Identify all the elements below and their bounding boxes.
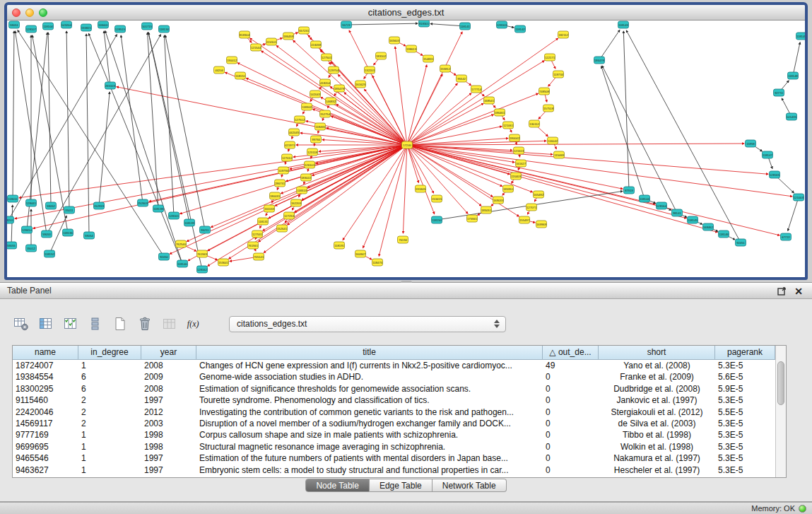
network-node[interactable]: 116042 [548,137,558,144]
network-node[interactable]: 185051 [481,206,492,214]
network-node[interactable]: 186459 [283,33,294,40]
network-node[interactable]: 128165 [770,171,780,178]
network-node[interactable]: 67722 [781,233,792,240]
network-node[interactable]: 180042 [510,134,520,141]
network-node[interactable]: 182112 [558,31,569,38]
network-node[interactable]: 121613 [514,147,524,154]
network-node[interactable]: 818301 [419,21,430,27]
network-node[interactable]: 128515 [115,25,126,33]
network-node[interactable]: 161163 [264,205,275,212]
network-node[interactable]: 128441 [26,199,37,206]
network-node[interactable]: 265103 [105,82,116,89]
network-edge[interactable] [13,31,14,199]
network-node[interactable]: 128164 [657,202,667,209]
network-node[interactable]: 132201 [365,66,375,74]
network-node[interactable]: 748508 [539,88,550,95]
minimize-window-button[interactable] [25,8,34,17]
network-node[interactable]: 118140 [177,260,188,267]
network-edge[interactable] [788,197,799,230]
network-node[interactable]: 160947 [355,250,366,257]
network-node[interactable]: 153415 [432,195,442,202]
network-edge[interactable] [148,33,189,223]
table-row[interactable]: 977716911998Corpus callosum shape and si… [13,429,786,440]
network-node[interactable]: 421971 [285,141,295,148]
network-edge[interactable] [601,66,645,199]
close-panel-icon[interactable]: ✕ [792,285,805,297]
network-node[interactable]: 118465 [315,123,326,130]
network-node[interactable]: 286731 [275,180,286,187]
network-node[interactable]: 59055 [7,242,17,249]
close-window-button[interactable] [12,8,20,17]
network-node[interactable]: 118139 [184,219,195,226]
network-node[interactable]: 442045 [289,129,300,136]
network-node[interactable]: 87919 [624,187,635,194]
float-panel-icon[interactable] [775,285,788,297]
column-header-title[interactable]: title [196,346,543,359]
network-edge[interactable] [88,33,182,264]
network-node[interactable]: 162203 [291,199,302,206]
network-node[interactable]: 59054 [84,232,95,239]
network-node[interactable]: 96211 [200,226,211,233]
network-node[interactable]: 177714 [471,86,482,93]
network-node[interactable]: 55723 [341,21,352,28]
network-node[interactable]: 15958 [746,140,756,147]
network-node[interactable]: 762540 [176,240,187,247]
network-edge[interactable] [104,31,110,86]
network-node[interactable]: 183102 [376,52,387,59]
network-node[interactable]: 59051 [9,21,20,28]
network-node[interactable]: 418204 [320,79,331,86]
network-node[interactable]: 128414 [22,226,33,233]
network-node[interactable]: 118151 [235,72,246,79]
network-node[interactable]: 761941 [248,242,259,249]
network-edge[interactable] [407,93,471,145]
network-edge[interactable] [395,47,407,145]
network-edge[interactable] [237,63,407,145]
tab-edge-table[interactable]: Edge Table [370,479,433,492]
network-node[interactable]: 118142 [515,25,526,33]
network-edge[interactable] [407,103,483,145]
network-node[interactable]: 127501 [322,54,332,61]
network-edge[interactable] [407,144,744,145]
show-columns-icon[interactable] [37,315,54,332]
network-node[interactable]: 175941 [467,215,478,222]
network-node[interactable]: 118302 [302,103,312,110]
network-node[interactable]: 161625 [355,81,366,88]
table-scrollbar-thumb[interactable] [777,361,784,405]
network-edge[interactable] [211,145,407,228]
network-node[interactable]: 118136 [63,229,73,236]
network-node[interactable]: 186478 [594,57,605,64]
network-edge[interactable] [148,33,202,269]
network-node[interactable]: 155821 [81,24,92,31]
network-node[interactable]: 761943 [197,250,208,257]
network-node[interactable]: 129754 [329,66,339,74]
network-node[interactable]: 121061 [503,122,514,129]
network-node[interactable]: 118145 [688,216,698,223]
network-edge[interactable] [407,145,792,197]
network-node[interactable]: 118141 [460,23,471,30]
network-node[interactable]: 118150 [432,216,442,223]
network-node[interactable]: 142043 [310,90,321,98]
network-edge[interactable] [117,87,407,145]
network-node[interactable]: 152919 [94,202,105,209]
network-edge[interactable] [626,30,741,243]
network-node[interactable]: 95542 [457,75,467,82]
network-node[interactable]: 169969 [536,221,547,228]
network-edge[interactable] [121,35,143,203]
column-header-pagerank[interactable]: pagerank [715,346,775,359]
table-row[interactable]: 946554611997Estimation of the future num… [13,452,786,464]
network-window-titlebar[interactable]: citations_edges.txt [7,5,805,21]
network-node[interactable]: 118148 [788,72,799,79]
network-node[interactable]: 17240 [402,141,413,148]
network-node[interactable]: 190012 [227,57,237,64]
network-node[interactable]: 35012 [26,245,37,252]
network-node[interactable]: 118134 [159,25,170,33]
network-node[interactable]: 146832 [326,98,336,105]
network-node[interactable]: 180031 [270,192,281,199]
network-node[interactable]: 118104 [43,23,54,30]
network-node[interactable]: 141435 [787,113,797,120]
network-node[interactable]: 128162 [197,266,208,273]
network-node[interactable]: 168541 [484,97,495,104]
network-edge[interactable] [793,42,800,76]
network-node[interactable]: 121003 [794,194,804,201]
network-edge[interactable] [407,145,686,218]
